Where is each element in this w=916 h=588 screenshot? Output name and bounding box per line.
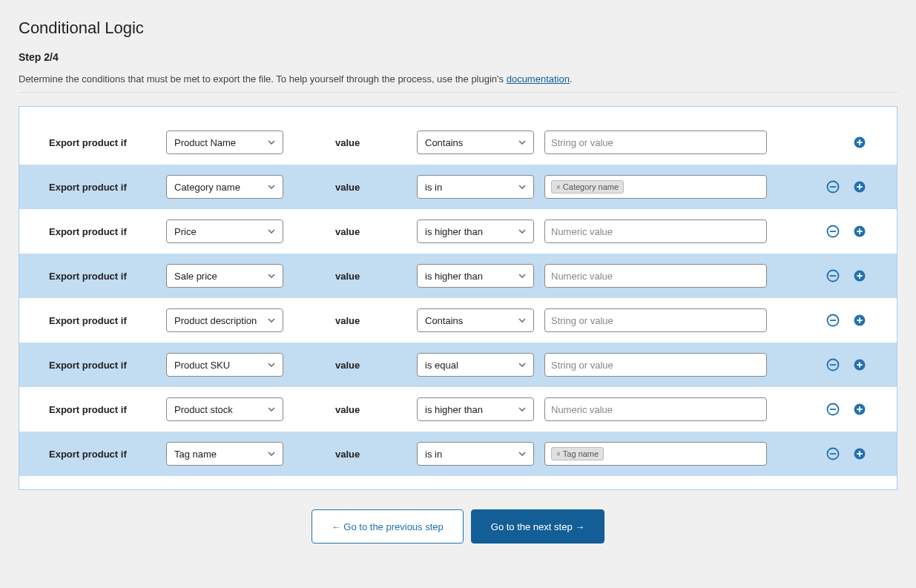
add-condition-button[interactable] — [852, 268, 867, 283]
value-input[interactable]: String or value — [544, 308, 767, 332]
value-label: value — [335, 182, 417, 193]
field-select[interactable]: Product SKU — [166, 353, 283, 377]
value-input[interactable]: Numeric value — [544, 264, 767, 288]
field-value: Product SKU — [174, 360, 230, 371]
field-value: Price — [174, 226, 197, 237]
operator-select[interactable]: is higher than — [417, 219, 534, 243]
operator-select[interactable]: is in — [417, 175, 534, 199]
operator-select[interactable]: Contains — [417, 308, 534, 332]
field-value: Sale price — [174, 271, 217, 282]
placeholder-text: Numeric value — [551, 271, 613, 282]
remove-condition-button[interactable] — [826, 357, 840, 372]
field-select[interactable]: Price — [166, 219, 283, 243]
operator-select[interactable]: Contains — [417, 131, 534, 154]
condition-row: Export product ifSale pricevalueis highe… — [19, 254, 897, 298]
remove-condition-button[interactable] — [826, 402, 840, 417]
value-input[interactable]: String or value — [544, 131, 767, 154]
condition-prefix-label: Export product if — [49, 360, 166, 371]
tag-label: Category name — [563, 182, 619, 191]
value-input[interactable]: Numeric value — [544, 219, 767, 243]
value-label: value — [335, 404, 417, 415]
add-condition-button[interactable] — [852, 357, 867, 372]
operator-value: Contains — [425, 137, 463, 148]
step-indicator: Step 2/4 — [19, 51, 897, 63]
operator-select[interactable]: is higher than — [417, 397, 534, 421]
previous-step-button[interactable]: ← Go to the previous step — [312, 509, 464, 544]
row-actions — [826, 135, 867, 150]
value-input[interactable]: String or value — [544, 353, 767, 377]
field-value: Product description — [174, 315, 257, 326]
value-label: value — [335, 360, 417, 371]
value-label: value — [335, 137, 417, 148]
condition-row: Export product ifProduct NamevalueContai… — [19, 120, 897, 165]
field-value: Product Name — [174, 137, 236, 148]
field-select[interactable]: Product description — [166, 308, 283, 332]
page-title: Conditional Logic — [19, 19, 897, 38]
condition-prefix-label: Export product if — [49, 137, 166, 148]
placeholder-text: Numeric value — [551, 226, 613, 237]
conditions-panel: Export product ifProduct NamevalueContai… — [19, 106, 897, 490]
value-label: value — [335, 315, 417, 326]
remove-condition-button[interactable] — [826, 313, 840, 328]
add-condition-button[interactable] — [852, 135, 867, 150]
condition-row: Export product ifProduct SKUvalueis equa… — [19, 343, 897, 387]
condition-row: Export product ifPricevalueis higher tha… — [19, 209, 897, 254]
placeholder-text: Numeric value — [551, 404, 613, 415]
operator-value: is higher than — [425, 271, 483, 282]
placeholder-text: String or value — [551, 315, 613, 326]
field-select[interactable]: Sale price — [166, 264, 283, 288]
value-tag[interactable]: ×Category name — [551, 180, 624, 194]
documentation-link[interactable]: documentation — [507, 73, 570, 85]
row-actions — [826, 313, 867, 328]
placeholder-text: String or value — [551, 137, 613, 148]
operator-value: is equal — [425, 360, 458, 371]
remove-condition-button[interactable] — [826, 446, 840, 461]
placeholder-text: String or value — [551, 360, 613, 371]
operator-select[interactable]: is equal — [417, 353, 534, 377]
condition-row: Export product ifTag namevalueis in×Tag … — [19, 432, 897, 476]
divider — [19, 92, 897, 93]
row-actions — [826, 402, 867, 417]
remove-condition-button[interactable] — [826, 224, 840, 239]
add-condition-button[interactable] — [852, 402, 867, 417]
row-actions — [826, 224, 867, 239]
field-select[interactable]: Tag name — [166, 442, 283, 466]
remove-tag-icon[interactable]: × — [556, 183, 561, 191]
add-condition-button[interactable] — [852, 224, 867, 239]
condition-prefix-label: Export product if — [49, 404, 166, 415]
footer-actions: ← Go to the previous step Go to the next… — [19, 509, 897, 544]
row-actions — [826, 179, 867, 194]
value-tag[interactable]: ×Tag name — [551, 447, 604, 460]
operator-value: is in — [425, 182, 442, 193]
remove-tag-icon[interactable]: × — [556, 450, 561, 458]
value-label: value — [335, 226, 417, 237]
operator-value: Contains — [425, 315, 463, 326]
field-select[interactable]: Category name — [166, 175, 283, 199]
value-tag-input[interactable]: ×Tag name — [544, 442, 767, 466]
add-condition-button[interactable] — [852, 179, 867, 194]
condition-row: Export product ifCategory namevalueis in… — [19, 165, 897, 209]
tag-label: Tag name — [563, 449, 599, 458]
field-value: Tag name — [174, 449, 217, 460]
value-label: value — [335, 449, 417, 460]
field-select[interactable]: Product Name — [166, 131, 283, 154]
remove-condition-button[interactable] — [826, 179, 840, 194]
field-select[interactable]: Product stock — [166, 397, 283, 421]
field-value: Product stock — [174, 404, 233, 415]
value-label: value — [335, 271, 417, 282]
add-condition-button[interactable] — [852, 446, 867, 461]
operator-value: is in — [425, 449, 442, 460]
condition-prefix-label: Export product if — [49, 449, 166, 460]
condition-row: Export product ifProduct stockvalueis hi… — [19, 387, 897, 432]
next-step-button[interactable]: Go to the next step → — [471, 509, 604, 544]
remove-condition-button[interactable] — [826, 268, 840, 283]
condition-prefix-label: Export product if — [49, 226, 166, 237]
value-tag-input[interactable]: ×Category name — [544, 175, 767, 199]
add-condition-button[interactable] — [852, 313, 867, 328]
operator-select[interactable]: is higher than — [417, 264, 534, 288]
operator-value: is higher than — [425, 404, 483, 415]
condition-prefix-label: Export product if — [49, 182, 166, 193]
value-input[interactable]: Numeric value — [544, 397, 767, 421]
operator-select[interactable]: is in — [417, 442, 534, 466]
description-pre: Determine the conditions that must be me… — [19, 73, 507, 85]
